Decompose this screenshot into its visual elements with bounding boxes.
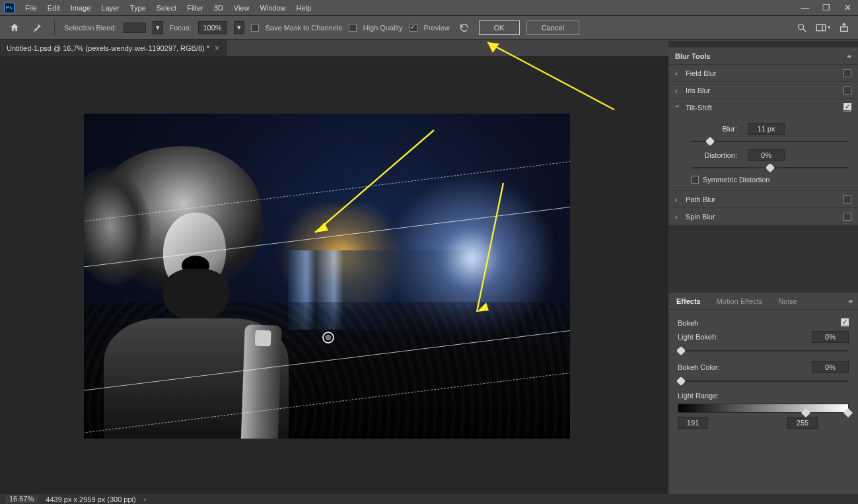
svg-line-5 [315, 130, 434, 233]
selection-bleed-label: Selection Bleed: [64, 24, 117, 32]
chevron-right-icon: › [675, 213, 680, 221]
iris-blur-label: Iris Blur [686, 87, 710, 94]
high-quality-checkbox[interactable] [349, 24, 357, 32]
tiltshift-pin[interactable] [322, 332, 334, 343]
tab-untitled-1[interactable]: Untitled-1.psd @ 16,7% (pexels-wendy-wei… [0, 40, 227, 56]
bokeh-checkbox[interactable] [841, 319, 849, 327]
right-panels: Blur Tools ≡ › Field Blur › Iris Blur › … [668, 41, 858, 504]
field-blur-row[interactable]: › Field Blur [668, 65, 858, 82]
focus-dropdown-icon[interactable]: ▾ [234, 21, 244, 34]
light-range-high-input[interactable]: 255 [787, 417, 818, 429]
blur-amount-slider[interactable] [691, 137, 849, 145]
menu-3d[interactable]: 3D [209, 0, 229, 16]
chevron-right-icon: › [675, 196, 680, 203]
chevron-right-icon: › [675, 69, 680, 77]
selection-bleed-swatch[interactable] [124, 22, 146, 33]
path-blur-checkbox[interactable] [843, 196, 851, 203]
iris-blur-checkbox[interactable] [843, 87, 851, 94]
preview-checkbox[interactable] [410, 24, 417, 32]
blur-tools-panel: Blur Tools ≡ › Field Blur › Iris Blur › … [668, 48, 858, 225]
tilt-shift-label: Tilt-Shift [686, 104, 712, 112]
distortion-label: Distortion: [691, 151, 737, 159]
symmetric-distortion-checkbox[interactable] [691, 176, 699, 184]
tilt-shift-row[interactable]: › Tilt-Shift [668, 99, 858, 116]
distortion-input[interactable]: 0% [748, 149, 785, 161]
menu-filter[interactable]: Filter [182, 0, 208, 16]
search-icon[interactable] [795, 20, 809, 35]
window-restore-icon[interactable]: ❐ [820, 3, 833, 13]
window-minimize-icon[interactable]: — [799, 3, 812, 13]
workspace-switcher-icon[interactable]: ▾ [816, 20, 830, 35]
light-bokeh-slider[interactable] [678, 347, 849, 355]
cancel-button[interactable]: Cancel [526, 20, 579, 35]
reset-icon[interactable] [456, 20, 472, 36]
tab-effects[interactable]: Effects [668, 293, 709, 309]
path-blur-label: Path Blur [686, 196, 715, 203]
menu-window[interactable]: Window [254, 0, 291, 16]
ok-button[interactable]: OK [479, 20, 520, 35]
annotation-arrow [482, 37, 621, 116]
light-range-gradient[interactable] [678, 404, 849, 413]
blur-amount-label: Blur: [691, 125, 737, 133]
tilt-shift-checkbox[interactable] [843, 104, 851, 112]
chevron-down-icon: › [674, 105, 682, 110]
save-mask-label: Save Mask to Channels [266, 24, 342, 32]
menu-file[interactable]: File [20, 0, 42, 16]
save-mask-checkbox[interactable] [251, 24, 259, 32]
menu-select[interactable]: Select [151, 0, 182, 16]
options-bar: Selection Bleed: ▾ Focus: 100% ▾ Save Ma… [0, 16, 858, 40]
doc-dimensions: 4439 px x 2959 px (300 ppi) [46, 495, 135, 503]
zoom-level[interactable]: 16.67% [5, 495, 38, 503]
canvas-image[interactable] [84, 114, 570, 439]
light-bokeh-input[interactable]: 0% [812, 331, 849, 343]
app-icon: Ps [4, 3, 15, 13]
svg-line-9 [487, 42, 614, 110]
tab-noise[interactable]: Noise [770, 293, 804, 309]
tilt-shift-controls: Blur: 11 px Distortion: 0% Symmetric Dis… [668, 116, 858, 191]
preview-label: Preview [424, 24, 450, 32]
focus-input[interactable]: 100% [198, 21, 227, 34]
light-range-label: Light Range: [678, 392, 849, 400]
workspace [0, 57, 668, 494]
panel-menu-icon[interactable]: ≡ [849, 297, 858, 305]
svg-line-7 [477, 183, 503, 312]
spin-blur-label: Spin Blur [686, 213, 715, 221]
menu-help[interactable]: Help [291, 0, 317, 16]
light-range-low-input[interactable]: 191 [678, 417, 708, 429]
light-bokeh-label: Light Bokeh: [678, 333, 806, 341]
tab-motion-effects[interactable]: Motion Effects [709, 293, 771, 309]
menu-image[interactable]: Image [65, 0, 96, 16]
svg-point-0 [799, 24, 804, 29]
menu-edit[interactable]: Edit [42, 0, 65, 16]
field-blur-label: Field Blur [686, 69, 716, 77]
window-close-icon[interactable]: ✕ [841, 3, 854, 13]
spin-blur-checkbox[interactable] [843, 213, 851, 221]
field-blur-checkbox[interactable] [843, 69, 851, 77]
bokeh-color-label: Bokeh Color: [678, 363, 806, 371]
menu-bar: Ps File Edit Image Layer Type Select Fil… [0, 0, 858, 16]
panel-menu-icon[interactable]: ≡ [847, 52, 851, 60]
home-icon[interactable] [7, 20, 22, 36]
svg-rect-2 [816, 24, 825, 30]
bleed-dropdown-icon[interactable]: ▾ [153, 21, 163, 34]
spin-blur-row[interactable]: › Spin Blur [668, 208, 858, 225]
effects-panel: Effects Motion Effects Noise ≡ Bokeh Lig… [668, 293, 858, 437]
svg-marker-6 [315, 223, 328, 233]
bokeh-label: Bokeh [678, 319, 836, 327]
distortion-slider[interactable] [691, 164, 849, 172]
menu-view[interactable]: View [229, 0, 255, 16]
symmetric-distortion-label: Symmetric Distortion [703, 176, 769, 184]
blur-tools-title: Blur Tools [675, 52, 711, 60]
menu-layer[interactable]: Layer [96, 0, 125, 16]
status-flyout-icon[interactable]: › [144, 496, 146, 503]
path-blur-row[interactable]: › Path Blur [668, 191, 858, 208]
iris-blur-row[interactable]: › Iris Blur [668, 82, 858, 99]
annotation-arrow [302, 124, 447, 242]
menu-type[interactable]: Type [125, 0, 151, 16]
tab-close-icon[interactable]: × [215, 44, 219, 53]
share-icon[interactable] [837, 20, 851, 35]
pin-tool-icon[interactable] [29, 20, 45, 36]
blur-amount-input[interactable]: 11 px [748, 123, 785, 135]
bokeh-color-slider[interactable] [678, 377, 849, 385]
bokeh-color-input[interactable]: 0% [812, 361, 849, 373]
